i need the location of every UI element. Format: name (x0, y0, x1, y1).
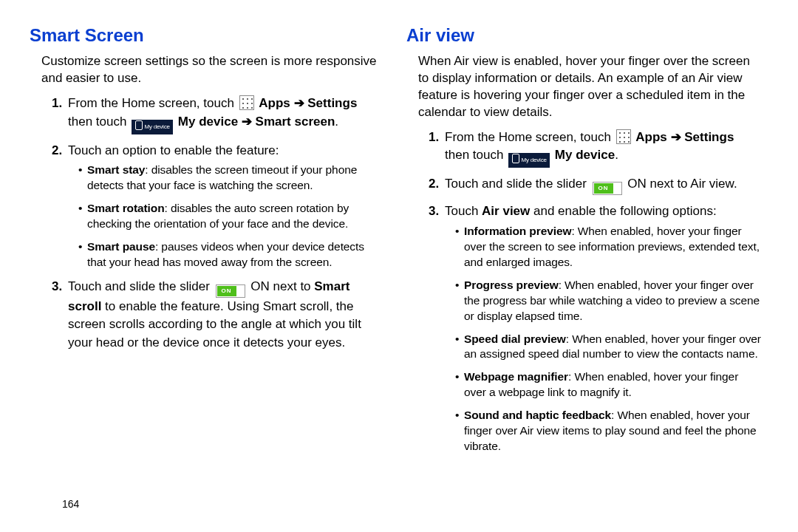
text: Touch an option to enable the feature: (68, 143, 279, 157)
page-number: 164 (62, 498, 79, 510)
text: Touch and slide the slider (445, 177, 590, 191)
step-2: 2. Touch an option to enable the feature… (55, 142, 384, 270)
text: to enable the feature. Using Smart scrol… (68, 299, 361, 349)
step-3: 3. Touch Air view and enable the followi… (432, 202, 761, 454)
option-speed-dial-preview: Speed dial preview: When enabled, hover … (455, 332, 761, 363)
option-webpage-magnifier: Webpage magnifier: When enabled, hover y… (455, 369, 761, 400)
text: Touch and slide the slider (68, 279, 214, 293)
intro-text: Customize screen settings so the screen … (41, 53, 384, 87)
text: From the Home screen, touch (68, 96, 238, 110)
intro-text: When Air view is enabled, hover your fin… (418, 53, 761, 121)
heading-air-view: Air view (406, 25, 761, 46)
options-list: Smart stay: disables the screen timeout … (68, 163, 384, 270)
option-smart-rotation: Smart rotation: disables the auto screen… (78, 201, 384, 232)
on-slider-icon: ON (216, 284, 245, 298)
my-device-icon: My device (508, 153, 550, 168)
text: ON next to Air view. (627, 177, 737, 191)
option-sound-haptic: Sound and haptic feedback: When enabled,… (455, 408, 761, 454)
steps-list: 1. From the Home screen, touch Apps ➔ Se… (30, 95, 384, 352)
text: and enable the following options: (530, 204, 716, 218)
label-apps: Apps (635, 130, 667, 144)
label-my-device: My device (178, 115, 238, 129)
text: From the Home screen, touch (445, 130, 615, 144)
right-column: Air view When Air view is enabled, hover… (406, 25, 783, 525)
options-list: Information preview: When enabled, hover… (445, 224, 761, 454)
text: ON next to (250, 279, 314, 293)
label-smart-screen: Smart screen (256, 115, 335, 129)
label-my-device: My device (555, 148, 615, 162)
step-2: 2. Touch and slide the slider ON ON next… (432, 175, 761, 195)
on-slider-icon: ON (593, 182, 622, 195)
option-smart-stay: Smart stay: disables the screen timeout … (78, 163, 384, 194)
step-1: 1. From the Home screen, touch Apps ➔ Se… (432, 129, 761, 168)
option-smart-pause: Smart pause: pauses videos when your dev… (78, 239, 384, 270)
label-settings: Settings (684, 130, 734, 144)
apps-grid-icon (616, 129, 631, 144)
left-column: Smart Screen Customize screen settings s… (30, 25, 406, 525)
option-progress-preview: Progress preview: When enabled, hover yo… (455, 278, 761, 324)
manual-page: Smart Screen Customize screen settings s… (0, 0, 798, 532)
arrow-icon: ➔ (238, 115, 255, 129)
option-info-preview: Information preview: When enabled, hover… (455, 224, 761, 270)
label-settings: Settings (307, 96, 357, 110)
label-air-view: Air view (482, 204, 530, 218)
my-device-icon: My device (132, 120, 173, 134)
text: Touch (445, 204, 482, 218)
step-3: 3. Touch and slide the slider ON ON next… (55, 278, 384, 352)
apps-grid-icon (239, 95, 254, 110)
heading-smart-screen: Smart Screen (30, 25, 384, 46)
label-apps: Apps (259, 96, 290, 110)
text: then touch (445, 148, 507, 162)
arrow-icon: ➔ (667, 130, 684, 144)
text: then touch (68, 115, 130, 129)
steps-list: 1. From the Home screen, touch Apps ➔ Se… (406, 129, 761, 454)
step-1: 1. From the Home screen, touch Apps ➔ Se… (55, 95, 384, 134)
arrow-icon: ➔ (290, 96, 307, 110)
